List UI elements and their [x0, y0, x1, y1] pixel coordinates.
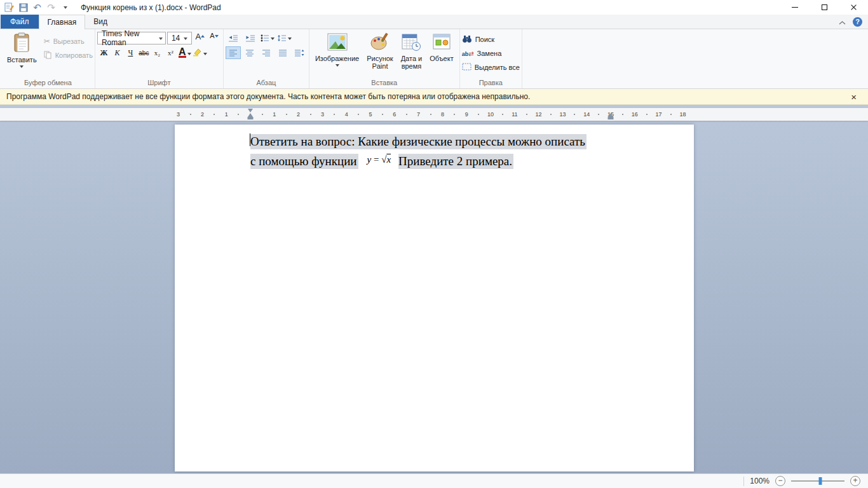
- copy-icon: [44, 51, 52, 60]
- picture-label: Изображение: [315, 55, 359, 62]
- maximize-button[interactable]: [810, 0, 839, 15]
- minimize-button[interactable]: [780, 0, 810, 15]
- ruler-dot: [646, 114, 648, 115]
- zoom-slider[interactable]: [791, 480, 844, 482]
- insert-group-label: Вставка: [311, 78, 458, 88]
- shrink-font-label: A: [210, 32, 214, 39]
- zoom-out-button[interactable]: −: [775, 476, 785, 486]
- ruler-dot: [454, 114, 455, 115]
- document-page[interactable]: Ответить на вопрос: Какие физические про…: [175, 125, 694, 471]
- grow-font-label: A: [196, 32, 201, 41]
- paragraph-group-label: Абзац: [226, 78, 307, 88]
- cut-button[interactable]: ✂ Вырезать: [44, 35, 93, 48]
- underline-button[interactable]: Ч: [124, 46, 137, 59]
- ruler-dot: [238, 114, 239, 115]
- copy-label: Копировать: [55, 51, 93, 59]
- ribbon: Вставить ✂ Вырезать Копировать Буфер обм…: [0, 29, 868, 89]
- date-time-button[interactable]: Дата и время: [397, 30, 426, 70]
- tab-file[interactable]: Файл: [1, 15, 39, 29]
- wordpad-window: ↶ ↷ Функция корень из x (1).docx - WordP…: [0, 0, 868, 488]
- bold-button[interactable]: Ж: [97, 46, 111, 59]
- formula-lhs: y: [367, 154, 372, 165]
- list-button[interactable]: [260, 32, 275, 44]
- zoom-slider-thumb[interactable]: [819, 477, 822, 485]
- shrink-font-button[interactable]: A: [207, 32, 221, 44]
- cut-label: Вырезать: [53, 37, 85, 45]
- line-spacing-dropdown-icon: [288, 37, 292, 42]
- document-text: Ответить на вопрос: Какие физические про…: [250, 132, 587, 173]
- align-left-button[interactable]: [226, 46, 241, 59]
- wordpad-app-icon[interactable]: [3, 1, 16, 14]
- text-line-1[interactable]: Ответить на вопрос: Какие физические про…: [250, 132, 587, 151]
- group-paragraph: Абзац: [224, 29, 309, 88]
- hanging-indent-marker[interactable]: [248, 111, 253, 117]
- strikethrough-button[interactable]: abc: [137, 46, 151, 59]
- paste-button[interactable]: Вставить: [3, 30, 41, 70]
- find-button[interactable]: Поиск: [462, 33, 520, 46]
- collapse-ribbon-icon[interactable]: [839, 16, 846, 27]
- close-button[interactable]: [839, 0, 868, 15]
- justify-button[interactable]: [275, 46, 290, 59]
- superscript-button[interactable]: x²: [164, 46, 177, 59]
- highlighter-icon: [193, 47, 202, 59]
- italic-button[interactable]: К: [111, 46, 124, 59]
- selected-text-1[interactable]: Ответить на вопрос: Какие физические про…: [250, 134, 587, 149]
- save-icon[interactable]: [17, 1, 30, 14]
- ruler-dot: [574, 114, 575, 115]
- font-color-button[interactable]: A: [177, 46, 193, 59]
- redo-icon[interactable]: ↷: [44, 1, 58, 14]
- undo-icon[interactable]: ↶: [31, 1, 44, 14]
- zoom-in-button[interactable]: +: [850, 476, 860, 486]
- subscript-button[interactable]: x₂: [151, 46, 164, 59]
- text-line-2[interactable]: с помощью функцииy = √xПриведите 2 приме…: [250, 151, 587, 173]
- ruler-number: 13: [559, 108, 566, 121]
- ruler-dot: [310, 114, 311, 115]
- equation-object[interactable]: y = √x: [362, 150, 395, 170]
- highlight-color-button[interactable]: [193, 46, 208, 59]
- left-indent-marker[interactable]: [248, 117, 254, 119]
- replace-icon: ab⇄: [462, 50, 474, 57]
- group-insert: Изображение Рисунок Paint Дата и время: [309, 29, 460, 88]
- align-center-button[interactable]: [242, 46, 257, 59]
- ribbon-tab-row: Файл Главная Вид ?: [0, 15, 868, 29]
- line-spacing-button[interactable]: [277, 32, 292, 44]
- compatibility-warning-bar: Программа WordPad поддерживает не все фу…: [0, 89, 868, 105]
- picture-button[interactable]: Изображение: [311, 30, 363, 69]
- replace-button[interactable]: ab⇄ Замена: [462, 47, 520, 60]
- date-time-label-line2: время: [402, 62, 422, 70]
- font-size-combo[interactable]: 14: [167, 32, 192, 44]
- ruler-dot: [670, 114, 672, 115]
- ruler-number: 6: [393, 108, 396, 121]
- right-indent-marker-base[interactable]: [608, 117, 614, 119]
- align-left-icon: [229, 49, 238, 57]
- font-family-combo[interactable]: Times New Roman: [97, 32, 166, 44]
- picture-icon: [327, 32, 348, 53]
- select-all-button[interactable]: Выделить все: [462, 61, 520, 74]
- paste-dropdown-icon: [20, 65, 24, 70]
- ruler-dot: [286, 114, 287, 115]
- help-icon[interactable]: ?: [853, 17, 862, 27]
- right-indent-marker[interactable]: [608, 111, 613, 117]
- selected-text-3[interactable]: Приведите 2 примера.: [398, 154, 513, 169]
- warning-close-button[interactable]: ×: [846, 92, 862, 102]
- copy-button[interactable]: Копировать: [44, 49, 93, 62]
- paragraph-dialog-button[interactable]: [292, 46, 307, 59]
- object-button[interactable]: Объект: [426, 30, 457, 62]
- ruler-dot: [526, 114, 527, 115]
- font-size-dropdown-icon: [184, 37, 187, 42]
- paragraph-dialog-icon: [294, 49, 304, 57]
- decrease-indent-button[interactable]: [226, 32, 241, 44]
- font-family-dropdown-icon: [159, 37, 163, 42]
- paint-drawing-button[interactable]: Рисунок Paint: [363, 30, 397, 70]
- selected-text-2[interactable]: с помощью функции: [250, 154, 358, 169]
- tab-view[interactable]: Вид: [85, 15, 116, 29]
- paste-icon: [12, 32, 31, 54]
- align-right-button[interactable]: [259, 46, 274, 59]
- tab-home[interactable]: Главная: [39, 15, 86, 29]
- find-icon: [462, 34, 472, 44]
- grow-font-button[interactable]: A: [193, 32, 207, 44]
- ruler-number: 16: [632, 108, 638, 121]
- ruler-number: 17: [656, 108, 662, 121]
- increase-indent-button[interactable]: [243, 32, 258, 44]
- customize-qat-icon[interactable]: [58, 1, 72, 14]
